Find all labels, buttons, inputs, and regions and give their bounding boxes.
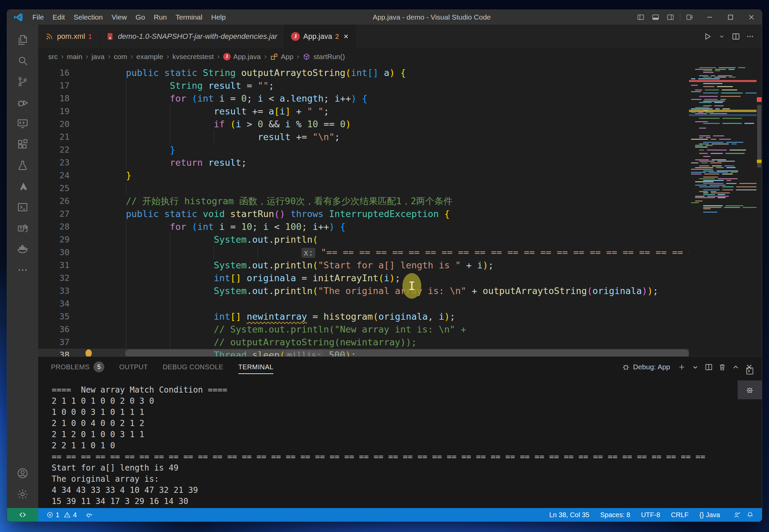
breadcrumb-item-app[interactable]: App	[270, 53, 293, 61]
editor-tab-demo-1-0-snapshot-jar-with-dependencies-jar[interactable]: demo-1.0-SNAPSHOT-jar-with-dependencies.…	[99, 25, 284, 48]
toggle-panel-icon[interactable]	[648, 11, 663, 23]
code-editor[interactable]: 16 public static String outputArraytoStr…	[38, 65, 762, 356]
explorer-icon[interactable]	[12, 29, 33, 50]
code-line-16[interactable]: 16 public static String outputArraytoStr…	[38, 66, 689, 79]
minimap-line	[703, 208, 711, 209]
code-line-19[interactable]: 19 result += a[i] + " ";	[38, 105, 689, 118]
azure-icon[interactable]	[12, 176, 33, 197]
menu-view[interactable]: View	[107, 11, 131, 23]
code-line-31[interactable]: 31 System.out.println("Start for a[] len…	[38, 259, 689, 272]
menu-selection[interactable]: Selection	[69, 11, 107, 23]
terminal-icon[interactable]	[12, 197, 33, 218]
minimize-button[interactable]	[699, 10, 720, 25]
toggle-sidebar-icon[interactable]	[633, 11, 648, 23]
code-text: int[] newintarray = histogram(originala,…	[82, 310, 455, 323]
menu-terminal[interactable]: Terminal	[171, 11, 207, 23]
panel-tab-output[interactable]: OUTPUT	[119, 357, 148, 377]
test-beaker-icon[interactable]	[12, 155, 33, 176]
vertical-scrollbar[interactable]	[757, 65, 762, 356]
breadcrumb-item-com[interactable]: com	[114, 53, 127, 61]
customize-layout-icon[interactable]	[682, 11, 697, 23]
editor-tab-app-java[interactable]: JApp.java2×	[284, 25, 355, 48]
remote-explorer-icon[interactable]	[12, 113, 33, 134]
code-line-32[interactable]: 32 int[] originala = initArrayInt(i);	[38, 272, 689, 285]
notifications-bell-icon[interactable]	[744, 508, 757, 522]
code-line-22[interactable]: 22 }	[38, 143, 689, 156]
menu-run[interactable]: Run	[150, 11, 171, 23]
code-line-20[interactable]: 20 if (i > 0 && i % 10 == 0)	[38, 118, 689, 131]
status-language-mode[interactable]: {} Java	[695, 508, 725, 522]
panel-tab-terminal[interactable]: TERMINAL	[238, 357, 273, 377]
breadcrumb-item-startrun-[interactable]: startRun()	[302, 53, 345, 61]
editor-tab-pom-xml[interactable]: pom.xml1	[38, 25, 99, 48]
terminal-debug-tab[interactable]	[738, 380, 762, 399]
debug-status[interactable]	[83, 508, 98, 522]
code-line-23[interactable]: 23 return result;	[38, 156, 689, 169]
menu-file[interactable]: File	[28, 11, 48, 23]
horizontal-scrollbar[interactable]	[125, 349, 689, 356]
code-line-27[interactable]: 27 public static void startRun() throws …	[38, 208, 689, 220]
breadcrumb-item-java[interactable]: java	[91, 53, 105, 61]
problems-status[interactable]: 1 4	[44, 508, 79, 522]
tab-close-icon[interactable]: ×	[344, 32, 348, 41]
run-dropdown-icon[interactable]	[715, 29, 729, 44]
terminal-dropdown-icon[interactable]	[688, 360, 702, 374]
code-line-17[interactable]: 17 String result = "";	[38, 79, 689, 92]
breadcrumb-item-example[interactable]: example	[136, 53, 163, 61]
code-line-25[interactable]: 25	[38, 182, 689, 195]
menu-help[interactable]: Help	[207, 11, 230, 23]
code-line-35[interactable]: 35 int[] newintarray = histogram(origina…	[38, 310, 689, 323]
extensions-icon[interactable]	[12, 134, 33, 155]
kill-terminal-icon[interactable]	[715, 360, 729, 374]
search-icon[interactable]	[12, 50, 33, 71]
code-line-33[interactable]: 33 System.out.println("The original arra…	[38, 285, 689, 297]
toggle-secondary-sidebar-icon[interactable]	[663, 11, 678, 23]
panel-tab-problems[interactable]: PROBLEMS5	[51, 357, 104, 377]
menu-go[interactable]: Go	[131, 11, 150, 23]
panel-tab-debug-console[interactable]: DEBUG CONSOLE	[163, 357, 223, 377]
terminal-output[interactable]: ==== New array Match Condition ====2 1 1…	[38, 377, 762, 508]
menu-edit[interactable]: Edit	[48, 11, 69, 23]
run-file-button[interactable]	[700, 29, 715, 44]
code-line-24[interactable]: 24 }	[38, 169, 689, 182]
teams-icon[interactable]	[12, 218, 33, 239]
terminal-launch-profile[interactable]: Debug: App	[621, 363, 670, 371]
source-control-icon[interactable]	[12, 71, 33, 92]
code-line-30[interactable]: 30 x: "== == == == == == == == == == == …	[38, 246, 689, 259]
minimap-line	[703, 194, 715, 195]
breakpoint-dot[interactable]	[85, 349, 92, 356]
status-cursor-position[interactable]: Ln 38, Col 35	[545, 508, 594, 522]
status-encoding[interactable]: UTF-8	[636, 508, 665, 522]
scrollbar-thumb[interactable]	[757, 105, 761, 167]
split-terminal-icon[interactable]	[702, 360, 715, 374]
code-line-37[interactable]: 37 // outputArraytoString(newintarray));	[38, 336, 689, 349]
code-line-34[interactable]: 34	[38, 297, 689, 310]
close-button[interactable]	[741, 10, 762, 25]
docker-icon[interactable]	[12, 239, 33, 260]
editor-more-actions-icon[interactable]	[743, 29, 757, 44]
terminal-line: The original array is:	[52, 474, 723, 485]
feedback-icon[interactable]	[731, 508, 744, 522]
breadcrumb-item-src[interactable]: src	[48, 53, 58, 61]
code-line-29[interactable]: 29 System.out.println(	[38, 233, 689, 246]
split-editor-icon[interactable]	[729, 29, 743, 44]
terminal-shell-tab[interactable]	[738, 362, 762, 380]
accounts-icon[interactable]	[12, 463, 33, 484]
breadcrumb-item-kvsecretstest[interactable]: kvsecretstest	[173, 53, 214, 61]
status-indentation[interactable]: Spaces: 8	[595, 508, 635, 522]
more-icon[interactable]	[12, 260, 33, 281]
status-eol[interactable]: CRLF	[666, 508, 693, 522]
maximize-button[interactable]	[720, 10, 741, 25]
settings-gear-icon[interactable]	[12, 484, 33, 505]
run-debug-icon[interactable]	[12, 92, 33, 113]
new-terminal-icon[interactable]	[675, 360, 688, 374]
code-line-18[interactable]: 18 for (int i = 0; i < a.length; i++) {	[38, 92, 689, 105]
code-line-26[interactable]: 26 // 开始执行 histogram 函数，运行90次，看有多少次结果匹配1…	[38, 195, 689, 208]
breadcrumb-item-app-java[interactable]: JApp.java	[223, 53, 261, 61]
breadcrumb-item-main[interactable]: main	[67, 53, 82, 61]
code-line-21[interactable]: 21 result += "\n";	[38, 131, 689, 143]
remote-indicator[interactable]	[7, 508, 38, 522]
minimap[interactable]	[689, 65, 757, 356]
code-line-36[interactable]: 36 // System.out.println("New array int …	[38, 323, 689, 336]
code-line-28[interactable]: 28 for (int i = 10; i < 100; i++) {	[38, 220, 689, 233]
